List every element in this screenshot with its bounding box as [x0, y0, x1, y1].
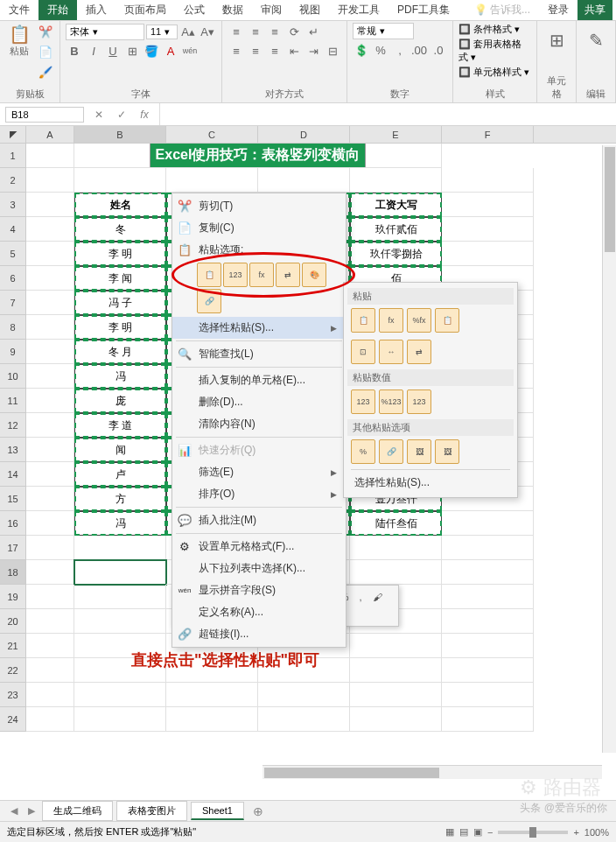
paste-formulas-icon[interactable]: fx: [379, 308, 403, 333]
cell[interactable]: [350, 683, 442, 707]
paste-formulas-num-icon[interactable]: %fx: [407, 308, 431, 333]
table-cell[interactable]: 庞: [74, 389, 166, 413]
ctx-paste-special[interactable]: 选择性粘贴(S)...▶: [172, 317, 346, 339]
cell[interactable]: [26, 340, 74, 364]
cell[interactable]: [350, 634, 442, 658]
ctx-delete[interactable]: 删除(D)...: [172, 391, 346, 413]
sheet-tab[interactable]: 表格变图片: [116, 801, 187, 821]
cell[interactable]: [442, 707, 534, 732]
col-header[interactable]: F: [442, 126, 534, 143]
cell[interactable]: [26, 487, 74, 511]
table-cell[interactable]: 玖仟贰佰: [350, 217, 442, 242]
cancel-icon[interactable]: ✕: [91, 109, 107, 121]
tab-login[interactable]: 登录: [539, 0, 578, 20]
row-header[interactable]: 7: [0, 291, 26, 315]
cell[interactable]: [26, 536, 74, 560]
table-cell[interactable]: 玖仟零捌拾: [350, 242, 442, 266]
row-header[interactable]: 15: [0, 487, 26, 511]
zoom-slider[interactable]: [498, 831, 568, 834]
cell[interactable]: [442, 560, 534, 585]
banner-cell[interactable]: Excel使用技巧：表格竖列变横向: [74, 144, 442, 168]
mini-comma-icon[interactable]: ,: [355, 590, 365, 604]
cell[interactable]: [26, 683, 74, 707]
formula-input[interactable]: [159, 103, 611, 125]
format-painter-icon[interactable]: 🖌️: [37, 63, 54, 81]
zoom-out-button[interactable]: −: [487, 827, 493, 838]
underline-button[interactable]: U: [104, 42, 122, 60]
col-header[interactable]: E: [350, 126, 442, 143]
view-normal-icon[interactable]: ▦: [445, 826, 454, 838]
cell[interactable]: [26, 364, 74, 389]
font-size-select[interactable]: 11▾: [146, 25, 178, 39]
tab-start[interactable]: 开始: [38, 0, 77, 20]
conditional-format-button[interactable]: 🔲 条件格式 ▾: [458, 23, 531, 36]
table-header[interactable]: 工资大写: [350, 193, 442, 217]
comma-icon[interactable]: ,: [391, 41, 409, 59]
table-cell[interactable]: 李 明: [74, 242, 166, 266]
sheet-nav-prev-icon[interactable]: ◀: [7, 805, 21, 817]
cell[interactable]: [26, 315, 74, 340]
number-format-select[interactable]: 常规▾: [353, 23, 414, 39]
cell[interactable]: [442, 658, 534, 683]
cell[interactable]: [166, 168, 258, 193]
row-header[interactable]: 18: [0, 560, 26, 585]
cell[interactable]: [26, 462, 74, 487]
sheet-nav-next-icon[interactable]: ▶: [24, 805, 38, 817]
paste-no-border-icon[interactable]: ⊡: [351, 340, 375, 364]
align-center-icon[interactable]: ≡: [247, 42, 264, 60]
font-color-button[interactable]: A: [162, 42, 179, 60]
cell[interactable]: [442, 634, 534, 658]
tab-insert[interactable]: 插入: [77, 0, 116, 20]
copy-icon[interactable]: 📄: [37, 43, 54, 60]
fill-color-button[interactable]: 🪣: [143, 42, 160, 60]
active-cell[interactable]: [74, 560, 166, 585]
edit-button[interactable]: ✎: [582, 23, 610, 58]
paste-values-source-icon[interactable]: 123: [407, 389, 431, 414]
zoom-level[interactable]: 100%: [584, 827, 609, 838]
paste-link-icon[interactable]: 🔗: [379, 439, 403, 464]
cell[interactable]: [442, 511, 534, 536]
col-header[interactable]: A: [26, 126, 74, 143]
zoom-in-button[interactable]: +: [573, 827, 578, 838]
cell[interactable]: [26, 438, 74, 462]
cell[interactable]: [74, 585, 166, 609]
row-header[interactable]: 12: [0, 413, 26, 438]
ctx-define-name[interactable]: 定义名称(A)...: [172, 601, 346, 623]
cell[interactable]: [74, 707, 166, 732]
paste-link-icon[interactable]: 🔗: [197, 289, 221, 313]
view-break-icon[interactable]: ▣: [473, 826, 482, 838]
border-button[interactable]: ⊞: [123, 42, 141, 60]
decrease-font-icon[interactable]: A▾: [199, 23, 216, 40]
cell[interactable]: [442, 585, 534, 609]
paste-all-icon[interactable]: 📋: [351, 308, 375, 333]
cell[interactable]: [26, 266, 74, 291]
wrap-text-icon[interactable]: ↵: [304, 23, 322, 40]
row-header[interactable]: 11: [0, 389, 26, 413]
row-header[interactable]: 22: [0, 658, 26, 683]
pinyin-button[interactable]: wén: [181, 42, 199, 60]
cell[interactable]: [258, 168, 350, 193]
row-header[interactable]: 20: [0, 609, 26, 634]
align-bottom-icon[interactable]: ≡: [266, 23, 284, 40]
font-name-select[interactable]: 宋体▾: [66, 24, 144, 40]
cell[interactable]: [26, 193, 74, 217]
merge-icon[interactable]: ⊟: [324, 42, 341, 60]
row-header[interactable]: 2: [0, 168, 26, 193]
orientation-icon[interactable]: ⟳: [285, 23, 303, 40]
cell[interactable]: [26, 511, 74, 536]
cell[interactable]: [442, 609, 534, 634]
col-header[interactable]: D: [258, 126, 350, 143]
select-all-corner[interactable]: ◤: [0, 126, 26, 143]
cell[interactable]: [26, 144, 74, 168]
row-header[interactable]: 17: [0, 536, 26, 560]
bold-button[interactable]: B: [66, 42, 83, 60]
table-format-button[interactable]: 🔲 套用表格格式 ▾: [458, 38, 531, 64]
fx-icon[interactable]: fx: [136, 109, 152, 121]
cell[interactable]: [350, 560, 442, 585]
cell[interactable]: [442, 683, 534, 707]
tab-share[interactable]: 共享: [578, 0, 612, 20]
row-header[interactable]: 14: [0, 462, 26, 487]
cell[interactable]: [166, 707, 258, 732]
cell[interactable]: [258, 707, 350, 732]
cell[interactable]: [26, 658, 74, 683]
